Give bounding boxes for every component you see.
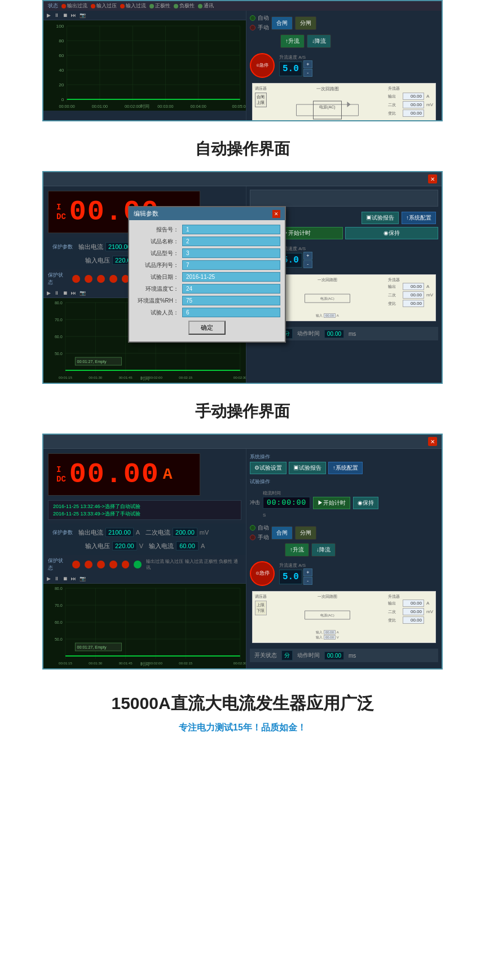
dialog-body: 报告号： 1 试品名称： 2 试品型号： 3 试品序列号： 7 [129,220,285,342]
dc-label: I DC [56,203,66,222]
test-report-btn-3[interactable]: ▣试验报告 [289,462,326,474]
main-title: 15000A直流大电流发生器应用广泛 [0,692,485,715]
forward-icon[interactable]: ⏭ [71,12,76,18]
dialog-row-0: 报告号： 1 [134,225,280,234]
close-btn-section2[interactable]: ✕ [428,174,437,183]
forward-icon-3[interactable]: ⏭ [71,576,76,581]
act-unit-3: ms [349,653,356,659]
open-switch-btn[interactable]: 分闸 [295,16,316,30]
stop-icon[interactable]: ⏹ [63,12,68,18]
output-value: 00.00 [403,93,424,100]
power-label-3: 输入 00.00 A [269,630,386,635]
output-unit: A [426,94,429,99]
section3-header: ✕ [43,435,442,449]
svg-text:20: 20 [59,82,64,88]
svg-text:00:02:30: 00:02:30 [233,662,246,665]
dialog-value-7[interactable]: 6 [182,308,280,317]
play-icon-2[interactable]: ▶ [47,290,51,296]
current-down-btn-3[interactable]: ↓降流 [311,543,336,557]
sys-config-btn-3[interactable]: ↑系统配置 [328,462,363,474]
speed-up-btn[interactable]: + [303,60,312,68]
camera-icon[interactable]: 📷 [80,12,86,18]
reg-section-3: 调压器 上限 下限 [255,594,267,640]
status-dot-3-6 [134,561,142,568]
dialog-row-2: 试品型号： 3 [134,248,280,258]
current-up-btn-3[interactable]: ↑升流 [285,543,309,557]
test-report-btn[interactable]: ▣试验报告 [361,212,399,224]
speed-down-btn-3[interactable]: - [303,577,312,585]
section3-container: ✕ I DC 00.00 A 2016- [0,434,485,670]
manual-label: 手动 [258,24,269,32]
dialog-value-4[interactable]: 2016-11-25 [182,272,280,282]
speed-down-btn-2[interactable]: - [303,260,312,268]
dot-output-overcurrent [61,4,66,8]
speed-stepper-2[interactable]: + - [303,252,312,268]
svg-text:电源(AC): 电源(AC) [320,297,334,300]
test-setup-btn[interactable]: ⚙试验设置 [250,462,286,474]
hold-btn[interactable]: ◉保持 [345,227,438,239]
estop-btn-3[interactable]: ⊙急停 [250,561,275,586]
in-curr-value-3: 60.00 [176,541,199,550]
start-timer-btn-3[interactable]: ▶开始计时 [313,497,350,509]
estop-btn[interactable]: ⊙急停 [250,53,275,78]
dialog-value-6[interactable]: 75 [182,296,280,305]
label-input-overcurrent: 输入过流 [126,2,146,10]
section1-container: 状态 输出过流 输入过压 输入过流 正极性 [0,0,485,121]
svg-text:60: 60 [59,53,64,58]
dialog-row-7: 试验人员： 6 [134,308,280,317]
stop-icon-3[interactable]: ⏹ [63,576,68,581]
sec-unit-3: mV [426,609,433,614]
sys-config-btn[interactable]: ↑系统配置 [402,212,436,224]
close-btn-section3[interactable]: ✕ [428,437,437,446]
open-switch-btn-3[interactable]: 分闸 [295,526,316,540]
current-down-btn[interactable]: ↓降流 [307,34,331,48]
input-val-3: 00.00 [324,630,336,635]
section2-instrument: ✕ I DC 00.00 A [42,171,443,384]
chg-row-2: 变比 00.00 [388,300,433,307]
svg-text:00:05:00: 00:05:00 [232,104,246,109]
dialog-value-5[interactable]: 24 [182,284,280,294]
speed-up-btn-3[interactable]: + [303,568,312,576]
status-dot-3-4 [109,561,117,568]
chg-row-3: 变比 00.00 [388,616,433,624]
pause-icon[interactable]: ⏸ [54,12,59,18]
section3-instrument: ✕ I DC 00.00 A 2016- [42,434,443,670]
pause-icon-2[interactable]: ⏸ [54,290,59,296]
close-switch-btn-3[interactable]: 合闸 [271,526,293,540]
dialog-value-1[interactable]: 2 [182,237,280,246]
svg-text:80.0: 80.0 [55,301,63,305]
play-icon[interactable]: ▶ [47,12,51,18]
speed-up-btn-2[interactable]: + [303,252,312,260]
dialog-close-btn[interactable]: ✕ [272,210,280,218]
hold-btn-3[interactable]: ◉保持 [353,497,378,509]
section1-left: ▶ ⏸ ⏹ ⏭ 📷 [43,11,246,121]
circuit-title-label: 一次回路图 [269,86,386,92]
speed-down-btn[interactable]: - [303,69,312,77]
speed-stepper[interactable]: + - [303,60,312,77]
dialog-ok-btn[interactable]: 确定 [188,321,226,335]
current-up-btn[interactable]: ↑升流 [280,34,305,48]
second-unit: mV [426,102,433,107]
act-label-2: 动作时间 [297,330,320,338]
play-icon-3[interactable]: ▶ [47,576,51,581]
dialog-value-3[interactable]: 7 [182,260,280,270]
circuit-svg-3: 电源(AC) [269,600,386,628]
dialog-value-0[interactable]: 1 [182,225,280,234]
svg-text:00:01:45: 00:01:45 [119,662,133,665]
chart-svg-3: 80.0 70.0 60.0 50.0 00:01:15 00:01:30 00… [43,584,246,668]
camera-icon-3[interactable]: 📷 [80,576,86,581]
speed-stepper-3[interactable]: + - [303,568,312,585]
regulator-box: 合闸 上限 [255,93,267,107]
dialog-value-2[interactable]: 3 [182,248,280,258]
stop-icon-2[interactable]: ⏹ [63,290,68,296]
params-header-label-3: 保护参数 [52,529,73,536]
out-val-3: 00.00 [403,600,424,607]
scroll-area[interactable] [250,190,438,207]
forward-icon-2[interactable]: ⏭ [71,290,76,296]
reg-upper: 合闸 [257,94,265,100]
status-label: 状态 [48,2,58,10]
camera-icon-2[interactable]: 📷 [80,290,86,296]
close-switch-btn[interactable]: 合闸 [271,16,293,30]
boost-label-3: 升流器 [388,594,433,600]
pause-icon-3[interactable]: ⏸ [54,576,59,581]
